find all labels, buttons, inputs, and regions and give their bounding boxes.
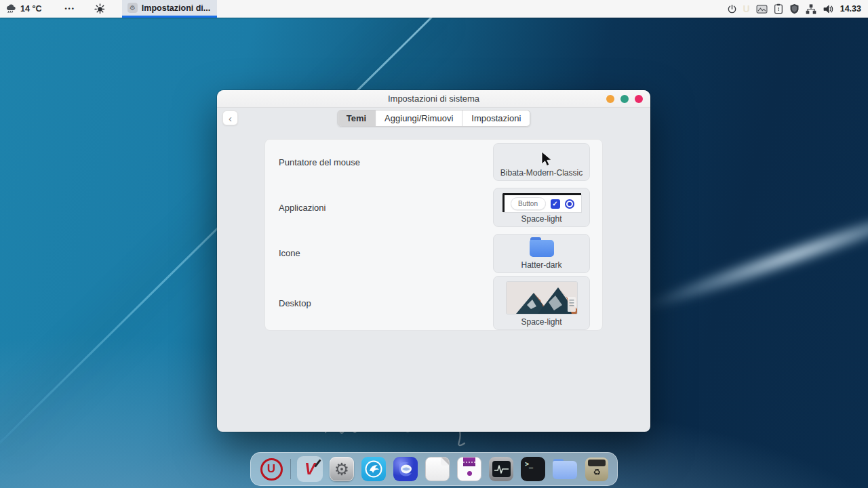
window-title: Impostazioni di sistema	[217, 94, 650, 104]
blue-folder-icon	[530, 237, 554, 257]
tab-bar: Temi Aggiungi/Rimuovi Impostazioni	[337, 110, 531, 127]
dock-item-system-monitor[interactable]	[488, 456, 514, 482]
calendar-icon	[457, 457, 481, 481]
dock-item-browser[interactable]	[361, 456, 387, 482]
tab-temi[interactable]: Temi	[338, 110, 376, 126]
dock-separator	[290, 459, 291, 479]
sample-button: Button	[511, 197, 546, 210]
calendar-header	[463, 458, 475, 466]
dock-item-text-editor[interactable]	[425, 456, 450, 482]
cursor-theme-card[interactable]: Bibata-Modern-Classic	[493, 143, 590, 181]
svg-text:!: !	[777, 6, 779, 12]
gtk-theme-name: Space-light	[521, 214, 561, 224]
wallpaper-thumbnail	[507, 282, 577, 314]
shield-icon[interactable]	[789, 3, 800, 14]
document-icon	[425, 457, 450, 481]
tab-aggiungi-rimuovi[interactable]: Aggiungi/Rimuovi	[376, 110, 462, 126]
terminal-icon: >_	[521, 457, 545, 481]
system-monitor-icon	[489, 457, 513, 481]
top-menubar: 14 °C ••• ⚙ Impostazioni di... U	[0, 0, 868, 18]
wallpaper-card[interactable]: Space-light	[493, 276, 590, 330]
folder-icon	[553, 459, 577, 479]
dock-item-control-center[interactable]: ⚙	[329, 456, 355, 482]
gtk-theme-card[interactable]: Button ✓ Space-light	[493, 188, 590, 227]
weather-widget[interactable]: 14 °C	[5, 4, 41, 14]
icon-theme-card[interactable]: Hatter-dark	[493, 234, 590, 273]
maximize-button[interactable]	[620, 95, 629, 103]
window-header: ‹ Temi Aggiungi/Rimuovi Impostazioni	[217, 108, 650, 135]
minimize-button[interactable]	[606, 95, 614, 103]
setting-row-applications: Applicazioni Button ✓ Space-light	[265, 184, 602, 230]
tab-impostazioni[interactable]: Impostazioni	[462, 110, 530, 126]
dock-item-calendar[interactable]	[456, 456, 482, 482]
dock-item-welcome-app[interactable]: V	[297, 456, 323, 482]
wallpaper-theme-name: Space-light	[521, 317, 561, 327]
close-button[interactable]	[635, 95, 643, 103]
wallpaper-streak	[636, 192, 868, 319]
row-label: Desktop	[279, 298, 311, 308]
power-icon[interactable]	[727, 4, 737, 14]
welcome-app-icon: V	[304, 461, 315, 477]
clock[interactable]: 14.33	[840, 4, 861, 14]
overflow-dots-button[interactable]: •••	[64, 5, 75, 12]
dock-item-trash[interactable]: ♻	[584, 456, 610, 482]
calendar-body	[467, 466, 472, 481]
row-label: Icone	[279, 248, 300, 258]
settings-window: Impostazioni di sistema ‹ Temi Aggiungi/…	[217, 90, 650, 432]
cursor-theme-name: Bibata-Modern-Classic	[500, 167, 583, 178]
sample-checkbox-icon: ✓	[551, 199, 560, 209]
setting-row-icons: Icone Hatter-dark	[265, 230, 602, 276]
gear-icon: ⚙	[330, 457, 354, 481]
brightness-sun-icon[interactable]	[94, 3, 106, 15]
icon-theme-name: Hatter-dark	[521, 260, 561, 270]
settings-gear-icon: ⚙	[127, 3, 138, 13]
row-label: Puntatore del mouse	[279, 157, 360, 167]
ubuntu-u-icon[interactable]: U	[743, 4, 750, 14]
network-icon[interactable]	[806, 4, 816, 14]
dock-item-mail[interactable]	[393, 456, 418, 482]
widget-sample: Button ✓	[502, 193, 581, 212]
back-button[interactable]: ‹	[222, 110, 238, 125]
volume-icon[interactable]	[823, 4, 834, 14]
dock: U V ⚙	[250, 452, 618, 486]
sample-radio-icon	[565, 199, 574, 209]
setting-row-mouse-pointer: Puntatore del mouse Bibata-Modern-Classi…	[265, 140, 602, 184]
cursor-arrow-icon	[494, 150, 589, 167]
setting-row-desktop: Desktop	[265, 276, 602, 330]
themes-panel: Puntatore del mouse Bibata-Modern-Classi…	[264, 139, 603, 331]
ubuntudde-logo-icon: U	[260, 458, 283, 481]
taskbar-item-settings[interactable]: ⚙ Impostazioni di...	[122, 0, 217, 18]
trash-icon: ♻	[585, 458, 608, 481]
mail-icon	[393, 457, 418, 481]
browser-icon	[361, 457, 386, 481]
clipboard-alert-icon[interactable]: !	[774, 3, 783, 14]
weather-temp: 14 °C	[20, 4, 41, 14]
weather-rain-icon	[5, 4, 17, 14]
dock-item-ubuntudde-launcher[interactable]: U	[258, 456, 284, 482]
dock-item-terminal[interactable]: >_	[520, 456, 546, 482]
dock-item-file-manager[interactable]	[552, 456, 578, 482]
screenshot-icon[interactable]	[756, 4, 768, 14]
window-titlebar[interactable]: Impostazioni di sistema	[217, 90, 650, 108]
chevron-left-icon: ‹	[229, 113, 232, 124]
taskbar-item-label: Impostazioni di...	[142, 3, 210, 13]
row-label: Applicazioni	[279, 203, 326, 213]
